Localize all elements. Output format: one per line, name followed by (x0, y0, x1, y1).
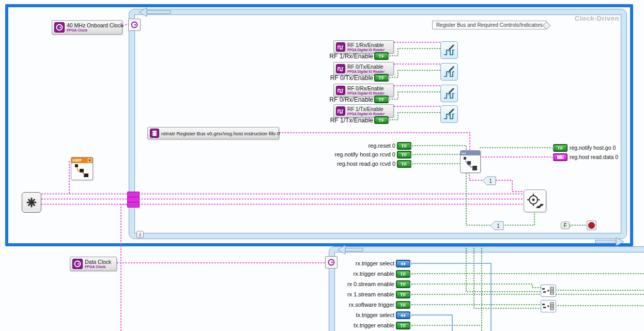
tf-text: TF (401, 162, 407, 167)
digital-waveform-icon (336, 86, 345, 95)
cluster-badge-icon (557, 155, 564, 159)
pencil-wave-icon (442, 107, 456, 121)
onboard-clock-constant[interactable]: 40 MHz Onboard Clock FPGA Clock (52, 20, 122, 35)
data-clock-subtitle: FPGA Clock (85, 265, 111, 269)
sgl-node[interactable] (22, 192, 41, 213)
tf-text: TF (378, 97, 384, 102)
stream-control-label: rx.trigger select (356, 260, 394, 267)
io-reader-title: RF 0/Rx/Enable (347, 86, 385, 91)
tf-text: TF (400, 282, 406, 287)
tf-control-badge[interactable]: TF (396, 301, 410, 309)
tf-text: TF (378, 54, 384, 59)
data-clock-constant[interactable]: Data Clock FPGA Clock (70, 257, 117, 271)
tf-indicator-badge[interactable]: TF (553, 144, 568, 152)
stop-icon (588, 222, 595, 229)
io-reader-subtitle: FPGA Digital IO Reader (347, 112, 385, 116)
tf-control-badge[interactable]: TF (396, 291, 410, 298)
enum-arrows-icon (404, 314, 406, 317)
onboard-clock-title: 40 MHz Onboard Clock (67, 23, 123, 28)
pencil-wave-icon (442, 65, 456, 79)
digital-write-node[interactable] (440, 41, 458, 59)
iteration-terminal[interactable]: i (136, 231, 144, 238)
build-array-node[interactable] (541, 300, 556, 312)
stream-control-label: rx.software trigger (349, 301, 394, 308)
block-diagram-canvas: Clock-Driven Register Bus and Required C… (0, 0, 644, 331)
false-text: F (563, 223, 566, 228)
tf-control-badge[interactable]: TF (374, 116, 389, 124)
annotation-label: Register Bus and Required Controls/Indic… (432, 21, 547, 29)
io-reader-title: RF 0/Tx/Enable (347, 64, 385, 70)
tf-text: TF (400, 272, 406, 277)
register-bus-icon (150, 129, 159, 138)
tf-control-badge[interactable]: TF (374, 52, 389, 60)
feedback-node-1[interactable]: 1 (482, 176, 496, 185)
loop1-clock-node[interactable] (128, 19, 141, 31)
pencil-wave-icon (442, 43, 456, 57)
terminal-label: RF 1/Tx/Enable (330, 117, 373, 124)
tf-control-badge[interactable]: TF (396, 322, 410, 329)
read-data-indicator-badge[interactable] (553, 153, 568, 161)
reg-indicator-label: reg.host read.data 0 (570, 153, 618, 161)
tf-text: TF (400, 292, 406, 297)
tf-control-badge[interactable]: TF (396, 280, 410, 288)
enum-arrows-icon (404, 262, 406, 265)
stream-control-label: tx.trigger select (356, 311, 394, 319)
usrp-subvi[interactable]: USRP (71, 157, 93, 180)
pencil-wave-icon (442, 86, 456, 101)
fpga-clock-icon (72, 259, 83, 269)
terminal-label: RF 0/Rx/Enable (329, 96, 373, 104)
usrp-titlebar: USRP (71, 157, 93, 163)
stream-control-label: rx.trigger enable (354, 270, 395, 277)
clock-driven-label: Clock-Driven (575, 14, 619, 22)
terminal-label: RF 0/Tx/Enable (330, 74, 373, 82)
enum-arrows-icon (401, 314, 403, 317)
digital-waveform-icon (336, 64, 345, 73)
usrp-square-icon (88, 159, 91, 162)
io-reader-subtitle: FPGA Digital IO Reader (347, 70, 385, 74)
tf-control-badge[interactable]: TF (397, 151, 411, 159)
stream-control-label: tx.trigger enable (354, 322, 394, 329)
register-bus-subvi[interactable] (460, 150, 481, 173)
tf-control-badge[interactable]: TF (374, 96, 389, 103)
digital-write-node[interactable] (440, 63, 458, 81)
feedback-value: 1 (489, 178, 492, 184)
feedback-value: 1 (497, 223, 500, 229)
stream-control-label: rx 1.stream enable (347, 291, 394, 298)
subvi-titlebar-icon (461, 151, 480, 155)
io-reader-subtitle: FPGA Digital IO Reader (347, 48, 385, 52)
digital-waveform-icon (336, 42, 345, 52)
loop-tunnel[interactable] (127, 202, 140, 208)
select-control-badge[interactable] (396, 260, 410, 267)
loop2-clock-node[interactable] (325, 256, 338, 269)
tf-control-badge[interactable]: TF (397, 160, 411, 168)
register-bus-constant[interactable]: niInstr Register Bus v0.grsc\reg.host in… (147, 127, 279, 139)
tf-text: TF (400, 303, 406, 308)
build-array-node[interactable] (541, 285, 556, 297)
build-array-icon (542, 302, 555, 311)
feedback-node-2[interactable]: 1 (490, 221, 504, 230)
tf-text: TF (401, 152, 407, 157)
asterisk-icon (24, 195, 39, 210)
tf-control-badge[interactable]: TF (397, 142, 411, 150)
tf-text: TF (557, 146, 563, 151)
digital-write-node[interactable] (440, 85, 458, 102)
loop-stop-terminal[interactable] (587, 220, 596, 230)
reg-indicator-label: reg.notify host.go 0 (570, 144, 616, 151)
false-constant[interactable]: F (561, 222, 570, 229)
reg-control-label: reg.host read.go rcvd 0 (337, 160, 395, 167)
terminal-label: RF 1/Rx/Enable (329, 53, 373, 60)
io-reader-title: RF 1/Rx/Enable (347, 42, 385, 48)
tf-control-badge[interactable]: TF (374, 74, 389, 82)
digital-waveform-icon (336, 106, 345, 116)
register-bus-text: niInstr Register Bus v0.grsc\reg.host in… (161, 131, 280, 136)
tf-control-badge[interactable]: TF (396, 270, 410, 278)
fpga-clock-icon (54, 22, 65, 33)
select-control-badge[interactable] (396, 311, 410, 319)
usrp-label: USRP (72, 159, 82, 163)
digital-write-node[interactable] (440, 105, 458, 123)
clock-ring-icon (327, 258, 335, 266)
reg-control-label: reg.notify host.go rcvd 0 (335, 151, 395, 158)
io-reader-title: RF 1/Tx/Enable (347, 106, 385, 112)
tf-text: TF (378, 75, 384, 81)
register-access-node[interactable] (524, 190, 546, 212)
